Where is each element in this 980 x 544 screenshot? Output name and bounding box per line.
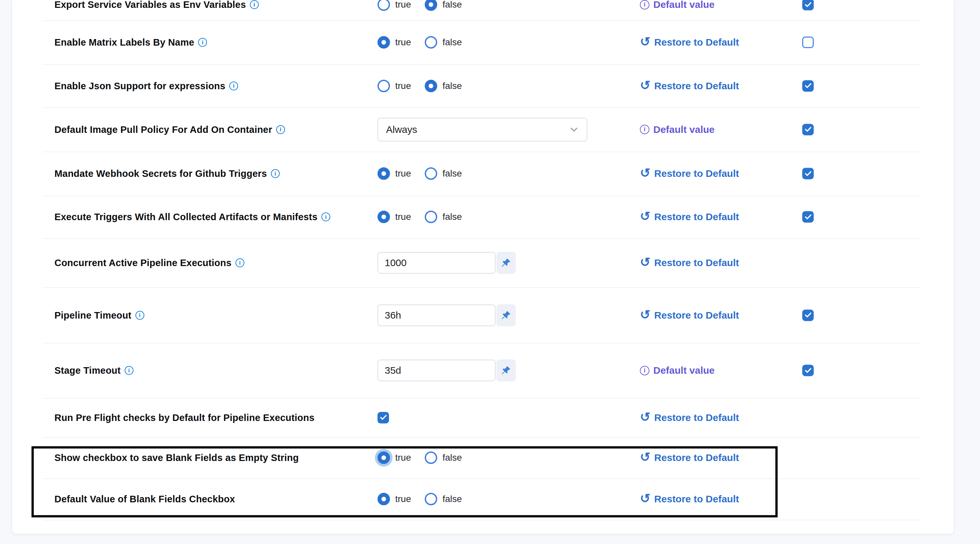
radio-false[interactable]: [425, 168, 437, 180]
restore-icon: ↺: [640, 256, 651, 268]
restore-to-default-link[interactable]: ↺ Restore to Default: [640, 168, 739, 180]
radio-false-label[interactable]: false: [442, 453, 462, 463]
stage-timeout-input[interactable]: [377, 360, 496, 381]
allow-override-checkbox[interactable]: [802, 37, 814, 48]
check-icon: [379, 414, 387, 422]
select-value: Always: [386, 124, 417, 135]
info-icon[interactable]: i: [250, 0, 259, 9]
pin-button[interactable]: [496, 252, 515, 274]
restore-icon: ↺: [640, 210, 651, 222]
allow-override-checkbox[interactable]: [802, 365, 814, 376]
radio-true-label[interactable]: true: [395, 212, 411, 222]
status-label: Restore to Default: [654, 493, 739, 505]
restore-to-default-link[interactable]: ↺ Restore to Default: [640, 36, 739, 49]
radio-false-label[interactable]: false: [442, 37, 462, 48]
allow-override-checkbox[interactable]: [802, 80, 814, 91]
status-label: Restore to Default: [654, 257, 739, 268]
radio-false-label[interactable]: false: [442, 168, 462, 179]
restore-icon: ↺: [640, 451, 651, 463]
radio-true[interactable]: [377, 211, 390, 223]
radio-false[interactable]: [425, 80, 437, 92]
status-label: Default value: [653, 0, 715, 10]
restore-to-default-link[interactable]: ↺ Restore to Default: [640, 80, 739, 92]
allow-override-checkbox[interactable]: [802, 0, 814, 11]
radio-group: true false: [377, 0, 470, 11]
radio-true[interactable]: [377, 493, 390, 505]
info-icon[interactable]: i: [640, 125, 649, 134]
radio-true-label[interactable]: true: [395, 37, 411, 48]
radio-false-label[interactable]: false: [442, 212, 462, 222]
radio-true-label[interactable]: true: [395, 81, 411, 91]
pin-icon: [501, 365, 511, 376]
pin-button[interactable]: [496, 305, 515, 326]
allow-override-checkbox[interactable]: [802, 309, 814, 321]
radio-false[interactable]: [425, 211, 437, 223]
preflight-checkbox[interactable]: [377, 412, 389, 423]
allow-override-checkbox[interactable]: [802, 211, 814, 223]
radio-true[interactable]: [377, 451, 390, 464]
info-icon[interactable]: i: [271, 169, 280, 178]
info-icon[interactable]: i: [276, 125, 285, 134]
setting-label: Show checkbox to save Blank Fields as Em…: [54, 453, 299, 463]
concurrent-executions-input[interactable]: [377, 252, 496, 274]
allow-override-checkbox[interactable]: [802, 124, 814, 135]
info-icon[interactable]: i: [640, 0, 649, 10]
radio-false[interactable]: [425, 493, 437, 505]
setting-row: Enable Matrix Labels By Name i true fals…: [12, 20, 954, 64]
radio-false-label[interactable]: false: [442, 494, 462, 504]
pin-button[interactable]: [496, 360, 515, 381]
setting-row: Execute Triggers With All Collected Arti…: [12, 196, 954, 238]
check-icon: [804, 82, 812, 90]
info-icon[interactable]: i: [125, 366, 134, 375]
info-icon[interactable]: i: [640, 366, 649, 375]
setting-label: Run Pre Flight checks by Default for Pip…: [54, 412, 315, 423]
setting-label: Concurrent Active Pipeline Executions: [54, 258, 232, 268]
radio-false[interactable]: [425, 0, 437, 11]
info-icon[interactable]: i: [135, 311, 144, 319]
radio-group: true false: [377, 211, 470, 223]
radio-true[interactable]: [377, 36, 390, 49]
setting-label: Pipeline Timeout: [54, 310, 132, 321]
restore-to-default-link[interactable]: ↺ Restore to Default: [640, 493, 739, 505]
default-value-indicator: i Default value: [640, 0, 715, 10]
input-with-pin: [377, 305, 515, 326]
radio-true[interactable]: [377, 0, 390, 11]
info-icon[interactable]: i: [235, 258, 244, 267]
check-icon: [804, 311, 812, 319]
check-icon: [804, 1, 812, 8]
image-pull-policy-select[interactable]: Always: [377, 118, 587, 141]
setting-label: Mandate Webhook Secrets for Github Trigg…: [54, 168, 267, 179]
info-icon[interactable]: i: [198, 38, 207, 47]
status-label: Default value: [653, 124, 715, 135]
radio-true-label[interactable]: true: [395, 0, 411, 10]
setting-row: Pipeline Timeout i ↺ Restore to Default: [12, 287, 954, 343]
setting-row: Concurrent Active Pipeline Executions i …: [12, 238, 954, 287]
radio-false[interactable]: [425, 451, 437, 464]
radio-true-label[interactable]: true: [395, 168, 411, 179]
info-icon[interactable]: i: [321, 212, 330, 222]
setting-label: Enable Matrix Labels By Name: [54, 37, 194, 48]
pin-icon: [501, 310, 511, 321]
restore-to-default-link[interactable]: ↺ Restore to Default: [640, 211, 739, 223]
restore-to-default-link[interactable]: ↺ Restore to Default: [640, 257, 739, 269]
check-icon: [804, 170, 812, 177]
radio-false-label[interactable]: false: [442, 81, 462, 91]
allow-override-checkbox[interactable]: [802, 168, 814, 179]
radio-true-label[interactable]: true: [395, 453, 411, 463]
info-icon[interactable]: i: [229, 81, 238, 90]
radio-false[interactable]: [425, 36, 437, 49]
pipeline-timeout-input[interactable]: [377, 305, 496, 326]
radio-true[interactable]: [377, 168, 390, 180]
restore-to-default-link[interactable]: ↺ Restore to Default: [640, 451, 739, 464]
default-value-indicator: i Default value: [640, 365, 715, 376]
restore-to-default-link[interactable]: ↺ Restore to Default: [640, 412, 739, 424]
input-with-pin: [377, 252, 515, 274]
setting-row: Show checkbox to save Blank Fields as Em…: [12, 437, 954, 479]
radio-true-label[interactable]: true: [395, 494, 411, 504]
radio-false-label[interactable]: false: [442, 0, 462, 10]
radio-true[interactable]: [377, 80, 390, 92]
restore-to-default-link[interactable]: ↺ Restore to Default: [640, 309, 739, 322]
check-icon: [804, 126, 812, 134]
status-label: Restore to Default: [654, 452, 739, 463]
restore-icon: ↺: [640, 167, 651, 179]
